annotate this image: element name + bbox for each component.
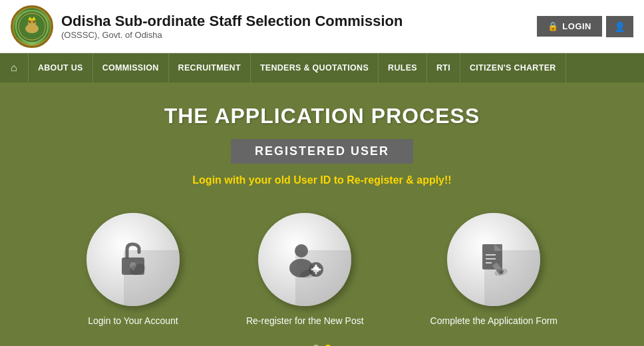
form-edit-icon	[470, 236, 517, 283]
nav-rules[interactable]: RULES	[379, 53, 427, 83]
nav-about-us[interactable]: ABOUT US	[29, 53, 93, 83]
user-add-icon	[281, 236, 328, 283]
lock-icon	[110, 236, 156, 283]
header: Odisha Sub-ordinate Staff Selection Comm…	[0, 0, 644, 53]
nav-rti[interactable]: RTI	[427, 53, 460, 83]
subtitle-box: REGISTERED USER	[231, 139, 413, 164]
svg-point-5	[33, 21, 35, 23]
org-name: Odisha Sub-ordinate Staff Selection Comm…	[61, 13, 402, 30]
header-left: Odisha Sub-ordinate Staff Selection Comm…	[11, 5, 402, 48]
lock-icon: 🔒	[548, 21, 559, 31]
subtitle-text: REGISTERED USER	[255, 144, 389, 158]
nav-commission[interactable]: COMMISSION	[93, 53, 169, 83]
svg-point-4	[29, 21, 31, 23]
org-logo	[11, 5, 53, 48]
icons-row: Login to Your Account Re-	[86, 213, 558, 326]
login-button[interactable]: 🔒 LOGIN	[537, 16, 602, 37]
nav-home[interactable]: ⌂	[0, 53, 29, 83]
svg-point-3	[28, 19, 36, 27]
svg-point-11	[295, 244, 308, 258]
login-prompt: Login with your old User ID to Re-regist…	[192, 174, 451, 186]
nav-recruitment[interactable]: RECRUITMENT	[169, 53, 251, 83]
form-circle[interactable]	[447, 213, 540, 306]
register-circle[interactable]	[258, 213, 351, 306]
main-title: THE APPLICATION PROCESS	[164, 104, 480, 128]
navbar: ⌂ ABOUT US COMMISSION RECRUITMENT TENDER…	[0, 53, 644, 83]
user-icon: 👤	[614, 21, 625, 32]
register-icon-item[interactable]: Re-register for the New Post	[246, 213, 364, 326]
nav-tenders-quotations[interactable]: TENDERS & QUOTATIONS	[251, 53, 379, 83]
header-buttons: 🔒 LOGIN 👤	[537, 16, 633, 37]
nav-citizens-charter[interactable]: CITIZEN'S CHARTER	[460, 53, 566, 83]
header-title: Odisha Sub-ordinate Staff Selection Comm…	[61, 13, 402, 40]
org-abbr: (OSSSC), Govt. of Odisha	[61, 30, 402, 40]
register-label: Re-register for the New Post	[246, 315, 364, 326]
user-icon-button[interactable]: 👤	[606, 16, 633, 37]
login-label: Login to Your Account	[88, 315, 178, 326]
form-label: Complete the Application Form	[430, 315, 558, 326]
login-circle[interactable]	[86, 213, 180, 306]
form-icon-item[interactable]: Complete the Application Form	[430, 213, 558, 326]
login-icon-item[interactable]: Login to Your Account	[86, 213, 180, 326]
main-content: THE APPLICATION PROCESS REGISTERED USER …	[0, 83, 644, 346]
